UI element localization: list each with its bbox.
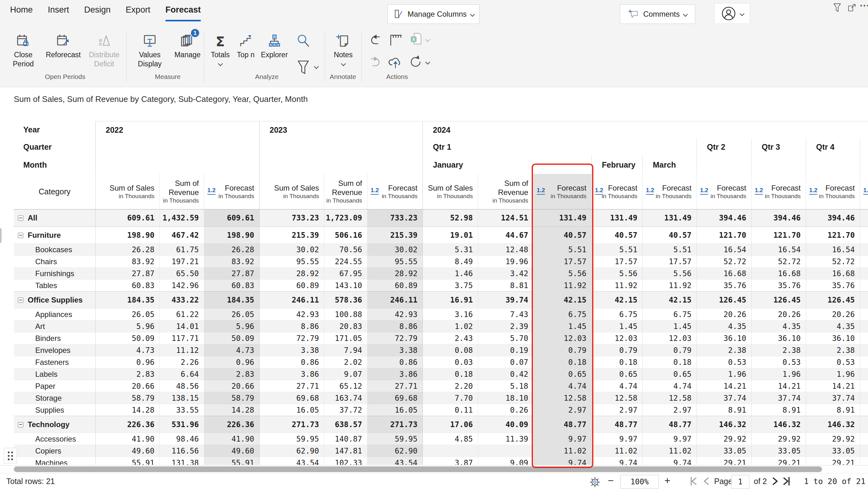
cell-machines-f24q4[interactable]: 29.21 [806,457,860,465]
cell-supplies-s23[interactable]: 16.05 [259,404,324,416]
cell-fasteners-s23[interactable]: 0.86 [259,356,324,368]
cell-furnishings-next[interactable] [860,268,868,280]
cell-furnishings-r22[interactable]: 65.50 [159,268,204,280]
cell-copiers-f24q2[interactable]: 33.05 [696,445,751,457]
cell-fasteners-s24jan[interactable]: 0.03 [423,356,478,368]
cell-supplies-s22[interactable]: 14.28 [95,404,159,416]
cell-chairs-r22[interactable]: 197.21 [159,256,204,268]
cell-furniture-s22[interactable]: 198.90 [95,227,159,244]
cell-furnishings-r23[interactable]: 67.95 [324,268,367,280]
cell-furniture-f24q2[interactable]: 121.70 [696,227,751,244]
row-label-envelopes[interactable]: Envelopes [14,345,95,356]
cell-bookcases-s23[interactable]: 30.02 [259,244,324,256]
cell-bookcases-r22[interactable]: 61.75 [159,244,204,256]
chevron-down-icon[interactable] [341,61,346,66]
cell-envelopes-f22[interactable]: 4.73 [204,345,259,356]
cell-chairs-f22[interactable]: 83.92 [204,256,259,268]
cell-all-f24feb[interactable]: 131.49 [591,209,643,226]
cell-appliances-r22[interactable]: 61.22 [159,308,204,321]
cell-binders-r23[interactable]: 171.05 [324,332,367,345]
quarter-3-header[interactable]: Qtr 3 [751,138,806,156]
year-2024-header[interactable]: 2024 [423,121,868,138]
cell-tables-s24jan[interactable]: 3.75 [423,280,478,292]
cell-machines-f24q3[interactable]: 29.21 [751,457,806,465]
cell-bookcases-f24mar[interactable]: 5.51 [643,244,696,256]
cell-binders-f24mar[interactable]: 12.03 [643,332,696,345]
cell-chairs-r24jan[interactable]: 19.96 [478,256,533,268]
row-label-binders[interactable]: Binders [14,332,95,345]
cell-paper-f24q3[interactable]: 14.21 [751,380,806,392]
measure-header-r22[interactable]: Sum of Revenuein Thousands [159,174,204,209]
cell-paper-r22[interactable]: 48.56 [159,380,204,392]
cell-accessories-f23[interactable]: 59.95 [367,433,423,445]
cell-labels-f24feb[interactable]: 0.65 [591,368,643,380]
row-label-bookcases[interactable]: Bookcases [14,244,95,256]
cell-machines-f24feb[interactable]: 9.74 [591,457,643,465]
cell-binders-r22[interactable]: 117.71 [159,332,204,345]
cell-binders-f24q2[interactable]: 36.10 [696,332,751,345]
cell-binders-f24q3[interactable]: 36.10 [751,332,806,345]
cell-supplies-f24feb[interactable]: 2.97 [591,404,643,416]
cell-supplies-f24jan[interactable]: 2.97 [533,404,591,416]
measure-header-f24feb[interactable]: 1.2Forecastin Thousands [591,174,643,209]
decimal-format-icon[interactable]: 1.2 [207,187,216,195]
cell-storage-f24feb[interactable]: 12.58 [591,392,643,404]
settings-button[interactable] [589,476,601,488]
cell-appliances-f24q3[interactable]: 20.26 [751,308,806,321]
cell-binders-f24feb[interactable]: 12.03 [591,332,643,345]
cell-machines-r22[interactable]: 131.38 [159,457,204,465]
quarter-2-header[interactable]: Qtr 2 [696,138,751,156]
reforecast-button[interactable]: Reforecast [43,31,84,60]
cell-copiers-f24feb[interactable]: 11.02 [591,445,643,457]
cell-storage-r22[interactable]: 138.15 [159,392,204,404]
cell-all-f23[interactable]: 733.23 [367,209,423,226]
month-february-header[interactable]: February [591,156,643,174]
cell-envelopes-r24jan[interactable]: 0.19 [478,345,533,356]
cell-appliances-next[interactable] [860,308,868,321]
cell-envelopes-s23[interactable]: 3.38 [259,345,324,356]
menu-tab-home[interactable]: Home [10,5,33,22]
cell-tables-s23[interactable]: 60.89 [259,280,324,292]
cell-fasteners-f24q3[interactable]: 0.53 [751,356,806,368]
cell-supplies-f24q4[interactable]: 8.91 [806,404,860,416]
year-2023-header[interactable]: 2023 [259,121,423,138]
cell-binders-s22[interactable]: 50.09 [95,332,159,345]
cell-accessories-f24q2[interactable]: 29.92 [696,433,751,445]
chevron-down-icon[interactable] [314,64,319,69]
cell-art-r23[interactable]: 20.83 [324,321,367,332]
cell-technology-f24feb[interactable]: 48.77 [591,416,643,433]
cell-art-s24jan[interactable]: 1.02 [423,321,478,332]
row-label-accessories[interactable]: Accessories [14,433,95,445]
cell-technology-s23[interactable]: 271.73 [259,416,324,433]
cell-art-s23[interactable]: 8.86 [259,321,324,332]
account-button[interactable] [714,3,750,24]
cell-all-s23[interactable]: 733.23 [259,209,324,226]
row-label-furniture[interactable]: Furniture [14,227,95,244]
decimal-format-icon[interactable]: 1. [863,187,868,195]
quarter-1-header[interactable]: Qtr 1 [423,138,696,156]
scrollbar-thumb[interactable] [14,466,822,472]
cell-envelopes-f23[interactable]: 3.38 [367,345,423,356]
cell-fasteners-next[interactable] [860,356,868,368]
cell-paper-f24q4[interactable]: 14.21 [806,380,860,392]
cell-appliances-f22[interactable]: 26.05 [204,308,259,321]
cell-all-s24jan[interactable]: 52.98 [423,209,478,226]
row-label-art[interactable]: Art [14,321,95,332]
cell-fasteners-f24jan[interactable]: 0.18 [533,356,591,368]
next-page-button[interactable] [771,476,779,486]
cell-bookcases-f24feb[interactable]: 5.51 [591,244,643,256]
cell-accessories-s24jan[interactable]: 4.85 [423,433,478,445]
cell-appliances-f24mar[interactable]: 6.75 [643,308,696,321]
cell-copiers-f24q4[interactable]: 33.05 [806,445,860,457]
collapse-icon[interactable] [18,233,23,238]
cell-binders-f24jan[interactable]: 12.03 [533,332,591,345]
cell-chairs-next[interactable] [860,256,868,268]
cell-art-f24feb[interactable]: 1.45 [591,321,643,332]
cell-appliances-r24jan[interactable]: 7.43 [478,308,533,321]
cell-machines-f24mar[interactable]: 9.74 [643,457,696,465]
cell-furniture-s24jan[interactable]: 19.01 [423,227,478,244]
cell-supplies-f22[interactable]: 14.28 [204,404,259,416]
cell-paper-f22[interactable]: 20.66 [204,380,259,392]
cell-machines-s22[interactable]: 55.91 [95,457,159,465]
cell-paper-f24q2[interactable]: 14.21 [696,380,751,392]
